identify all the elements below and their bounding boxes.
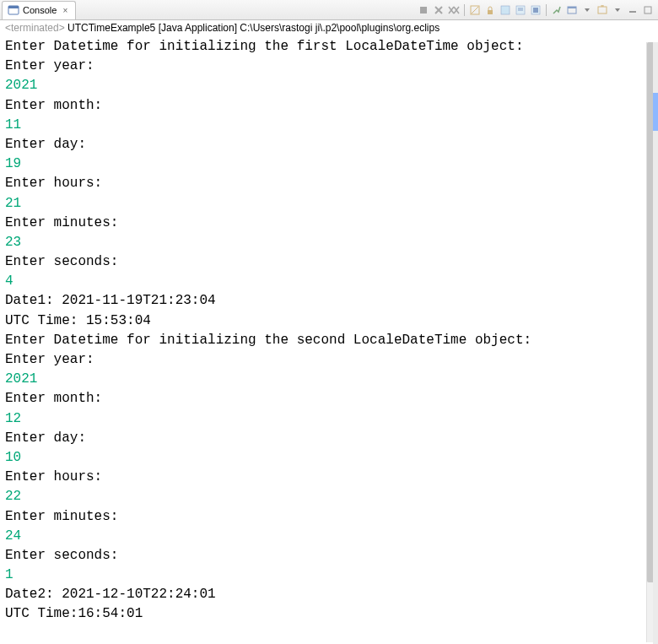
launch-path: UTCTimeExample5 [Java Application] C:\Us…: [65, 22, 440, 34]
output-line: Enter minutes:: [5, 507, 653, 527]
output-line: Enter day:: [5, 429, 653, 448]
dropdown-arrow-icon[interactable]: [580, 3, 594, 17]
output-line: Enter hours:: [5, 174, 653, 193]
svg-line-10: [472, 7, 478, 14]
user-input-line: 12: [5, 409, 653, 429]
launch-status: <terminated> UTCTimeExample5 [Java Appli…: [0, 20, 658, 35]
output-line: Enter month:: [5, 389, 653, 409]
svg-rect-21: [629, 11, 636, 13]
overview-ruler-highlight: [653, 93, 658, 131]
output-line: UTC Time: 15:53:04: [5, 311, 653, 331]
user-input-line: 22: [5, 487, 653, 506]
output-line: Enter Datetime for initializing the seco…: [5, 331, 653, 350]
tab-bar: Console ×: [0, 0, 658, 20]
minimize-icon[interactable]: [626, 3, 639, 17]
pin-console-icon[interactable]: [550, 3, 564, 17]
separator: [546, 4, 547, 16]
output-line: Enter minutes:: [5, 214, 653, 233]
svg-rect-17: [533, 8, 538, 13]
terminated-label: <terminated>: [5, 22, 65, 34]
output-line: Enter seconds:: [5, 252, 653, 272]
console-tab-label: Console: [23, 5, 57, 15]
user-input-line: 2021: [5, 370, 653, 389]
console-tab[interactable]: Console ×: [2, 1, 76, 19]
dropdown-arrow-icon[interactable]: [611, 3, 624, 17]
output-line: Date1: 2021-11-19T21:23:04: [5, 291, 653, 311]
user-input-line: 2021: [5, 76, 653, 95]
user-input-line: 19: [5, 154, 653, 174]
output-line: Enter year:: [5, 350, 653, 370]
svg-rect-20: [598, 7, 607, 14]
console-icon: [8, 4, 19, 16]
svg-rect-12: [501, 6, 510, 14]
display-selected-console-icon[interactable]: [565, 3, 579, 17]
scroll-lock-icon[interactable]: [483, 3, 497, 17]
user-input-line: 23: [5, 233, 653, 252]
open-console-icon[interactable]: [596, 3, 609, 17]
close-icon[interactable]: ×: [60, 5, 70, 15]
output-line: Enter seconds:: [5, 546, 653, 566]
show-standard-err-icon[interactable]: [529, 3, 542, 17]
console-output[interactable]: Enter Datetime for initializing the firs…: [0, 35, 658, 642]
output-line: Enter hours:: [5, 468, 653, 487]
word-wrap-icon[interactable]: [499, 3, 512, 17]
remove-launch-icon[interactable]: [432, 3, 445, 17]
svg-rect-2: [420, 7, 427, 14]
user-input-line: 21: [5, 194, 653, 214]
svg-rect-19: [568, 7, 576, 8]
user-input-line: 11: [5, 116, 653, 135]
user-input-line: 10: [5, 448, 653, 468]
output-line: Enter day:: [5, 135, 653, 154]
output-line: Enter month:: [5, 96, 653, 116]
output-line: Enter Datetime for initializing the firs…: [5, 37, 653, 57]
svg-rect-11: [488, 10, 493, 14]
remove-all-icon[interactable]: [447, 3, 461, 17]
user-input-line: 4: [5, 272, 653, 291]
output-line: Date2: 2021-12-10T22:24:01: [5, 585, 653, 604]
user-input-line: 24: [5, 527, 653, 546]
maximize-icon[interactable]: [641, 3, 655, 17]
svg-rect-1: [8, 6, 19, 8]
output-line: Enter year:: [5, 57, 653, 76]
console-toolbar: [417, 3, 658, 17]
user-input-line: 1: [5, 566, 653, 585]
stop-icon[interactable]: [417, 3, 430, 17]
svg-rect-22: [645, 7, 651, 14]
clear-console-icon[interactable]: [468, 3, 482, 17]
show-standard-out-icon[interactable]: [514, 3, 527, 17]
overview-ruler: [653, 42, 658, 644]
output-line: UTC Time:16:54:01: [5, 604, 653, 624]
separator: [464, 4, 465, 16]
